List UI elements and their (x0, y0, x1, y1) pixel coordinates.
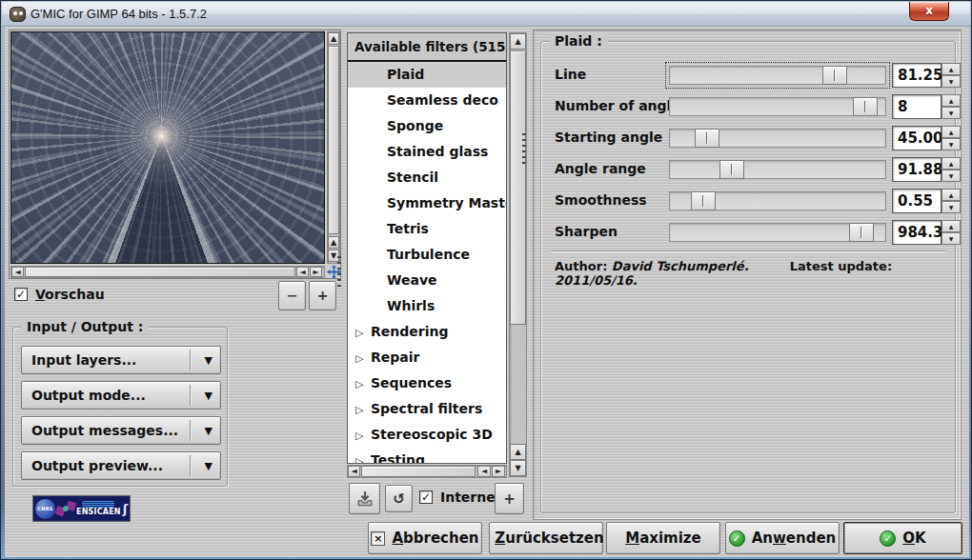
scroll-thumb[interactable] (510, 50, 526, 325)
filter-item-symmetry-master[interactable]: Symmetry Master (348, 190, 506, 216)
preview-hscrollbar[interactable]: ◄ ◄ ► (10, 266, 325, 278)
add-fave-button[interactable]: + (495, 483, 524, 514)
filter-category-testing[interactable]: ▷Testing (348, 448, 506, 464)
sharpen-spinbox[interactable]: 984.38 ▲▼ (892, 220, 961, 245)
zoom-in-button[interactable]: + (309, 281, 336, 310)
internet-checkbox-row[interactable]: ✓ Internet (419, 490, 501, 505)
refresh-button[interactable]: ↺ (385, 485, 413, 512)
filter-item-sponge[interactable]: Sponge (348, 113, 506, 139)
spin-up-button[interactable]: ▲ (942, 189, 961, 201)
spin-down-button[interactable]: ▼ (942, 75, 961, 88)
line-slider[interactable] (669, 66, 886, 85)
scroll-up-button[interactable]: ▲ (510, 444, 526, 460)
vorschau-checkbox[interactable]: ✓ (14, 288, 28, 301)
anwenden-button[interactable]: ✓ Anwenden (725, 522, 840, 554)
number-of-angles-slider[interactable] (669, 97, 886, 116)
filter-item-whirls[interactable]: Whirls (348, 293, 506, 319)
filter-item-seamless-deco[interactable]: Seamless deco (348, 88, 506, 113)
filter-list-vscrollbar[interactable]: ▲ ▲ ▼ (509, 32, 527, 477)
smoothness-slider[interactable] (669, 191, 886, 210)
sharpen-slider[interactable] (669, 223, 886, 242)
filter-item-plaid[interactable]: Plaid (348, 62, 506, 88)
slider-thumb[interactable] (849, 223, 874, 242)
slider-thumb[interactable] (719, 160, 744, 179)
preview-frame: ▲ ▲ ▼ ◄ ◄ ► (9, 30, 341, 279)
expander-triangle-icon[interactable]: ▷ (355, 397, 371, 423)
scroll-up-button[interactable]: ▲ (510, 33, 526, 50)
slider-thumb[interactable] (695, 129, 719, 148)
filter-item-stencil[interactable]: Stencil (348, 165, 506, 190)
filter-list-hscrollbar[interactable]: ◄ ◄ ► (347, 465, 507, 478)
plaid-group-title: Plaid : (549, 33, 608, 49)
expander-triangle-icon[interactable]: ▷ (355, 449, 371, 464)
filter-item-tetris[interactable]: Tetris (348, 216, 506, 242)
filter-item-weave[interactable]: Weave (348, 268, 506, 293)
scroll-left-button[interactable]: ◄ (477, 466, 491, 477)
line-spinbox[interactable]: 81.25 ▲▼ (892, 63, 961, 88)
scroll-right-button[interactable]: ► (310, 267, 322, 277)
filter-item-turbulence[interactable]: Turbulence (348, 242, 506, 268)
filter-category-repair[interactable]: ▷Repair (348, 345, 506, 370)
pane-splitter-handle[interactable] (337, 256, 341, 290)
spin-down-button[interactable]: ▼ (942, 138, 961, 150)
filter-category-stereoscopic-3d[interactable]: ▷Stereoscopic 3D (348, 422, 506, 448)
vorschau-checkbox-row[interactable]: ✓ Vorschau (14, 287, 105, 302)
angle-range-slider[interactable] (669, 160, 886, 179)
scroll-left-button[interactable]: ◄ (296, 267, 309, 277)
slider-thumb[interactable] (822, 66, 847, 85)
filter-category-sequences[interactable]: ▷Sequences (348, 370, 506, 396)
greyc-logo (54, 497, 76, 519)
filter-list: Available filters (515) : Plaid Seamless… (347, 32, 507, 464)
slider-thumb[interactable] (853, 97, 878, 116)
scroll-thumb[interactable] (361, 466, 476, 477)
preview-vscrollbar[interactable]: ▲ ▲ ▼ (327, 31, 340, 264)
spin-up-button[interactable]: ▲ (942, 126, 961, 138)
smoothness-spinbox[interactable]: 0.55 ▲▼ (892, 189, 961, 213)
filter-category-spectral-filters[interactable]: ▷Spectral filters (348, 396, 506, 422)
spin-down-button[interactable]: ▼ (942, 170, 961, 182)
pane-splitter-handle[interactable] (522, 133, 526, 168)
expander-triangle-icon[interactable]: ▷ (355, 346, 371, 371)
scroll-down-button[interactable]: ▼ (510, 460, 526, 476)
zoom-out-button[interactable]: − (278, 281, 306, 310)
input-layers-dropdown[interactable]: Input layers... ▼ (21, 346, 221, 374)
scroll-up-button[interactable]: ▲ (328, 32, 339, 45)
number-of-angles-spinbox[interactable]: 8 ▲▼ (892, 94, 961, 119)
scroll-right-button[interactable]: ► (492, 466, 505, 477)
scroll-up-button[interactable]: ▲ (328, 236, 339, 249)
spin-down-button[interactable]: ▼ (942, 232, 961, 245)
spin-up-button[interactable]: ▲ (942, 220, 961, 232)
abbrechen-button[interactable]: × Abbrechen (368, 522, 482, 554)
spin-down-button[interactable]: ▼ (942, 201, 961, 213)
output-messages-dropdown[interactable]: Output messages... ▼ (21, 416, 221, 445)
starting-angle-spinbox[interactable]: 45.00 ▲▼ (892, 126, 961, 150)
scroll-left-button[interactable]: ◄ (348, 466, 360, 477)
close-button[interactable]: x (909, 2, 949, 21)
angle-range-spinbox[interactable]: 91.88 ▲▼ (892, 157, 961, 182)
zuruecksetzen-button[interactable]: Zurücksetzen (489, 522, 603, 554)
spin-up-button[interactable]: ▲ (942, 63, 961, 75)
output-preview-dropdown[interactable]: Output preview... ▼ (21, 451, 221, 480)
update-filters-button[interactable] (349, 483, 380, 514)
expander-triangle-icon[interactable]: ▷ (355, 371, 371, 397)
starting-angle-slider[interactable] (669, 129, 886, 148)
slider-thumb[interactable] (691, 191, 716, 210)
preview-image[interactable] (10, 31, 325, 264)
spin-down-button[interactable]: ▼ (942, 107, 961, 119)
scroll-left-button[interactable]: ◄ (11, 267, 24, 277)
ok-button[interactable]: ✓ OK (843, 522, 962, 554)
scroll-thumb[interactable] (25, 267, 295, 277)
check-icon: ✓ (729, 530, 745, 547)
maximize-button[interactable]: Maximize (606, 522, 720, 554)
filter-category-rendering[interactable]: ▷Rendering (348, 319, 506, 345)
scroll-thumb[interactable] (328, 46, 339, 234)
output-mode-dropdown[interactable]: Output mode... ▼ (21, 381, 221, 410)
expander-triangle-icon[interactable]: ▷ (355, 320, 371, 346)
spin-up-button[interactable]: ▲ (942, 94, 961, 107)
filter-item-stained-glass[interactable]: Stained glass (348, 139, 506, 165)
internet-checkbox[interactable]: ✓ (419, 490, 433, 504)
window-title: G'MIC for GIMP 64 bits - 1.5.7.2 (30, 7, 207, 21)
expander-triangle-icon[interactable]: ▷ (355, 423, 371, 449)
spin-up-button[interactable]: ▲ (942, 157, 961, 170)
titlebar[interactable]: G'MIC for GIMP 64 bits - 1.5.7.2 x (2, 2, 970, 27)
